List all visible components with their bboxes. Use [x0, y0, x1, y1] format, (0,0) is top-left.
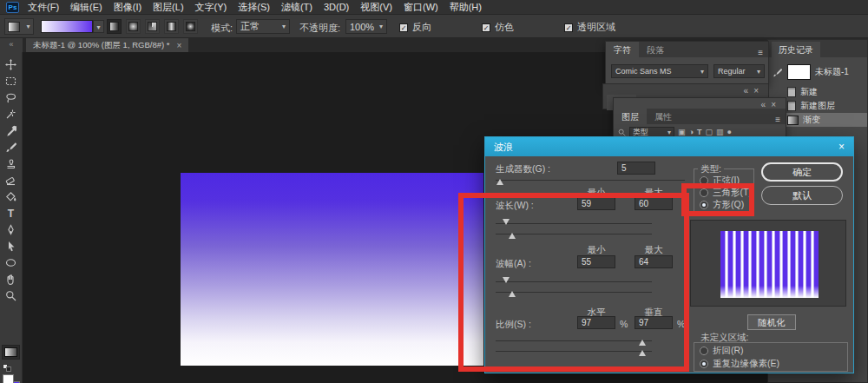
close-icon[interactable]: ×	[753, 86, 764, 96]
wave-preview-box	[690, 220, 846, 307]
adjustment-layer-filter-icon[interactable]: ◑	[689, 128, 694, 136]
gradient-picker-chevron[interactable]: ▾	[93, 20, 104, 33]
tab-paragraph[interactable]: 段落	[639, 42, 672, 57]
ok-button[interactable]: 确定	[761, 162, 843, 182]
path-selection-tool[interactable]	[0, 239, 22, 254]
history-brush-source-icon[interactable]	[771, 68, 783, 77]
history-snapshot-row[interactable]: 未标题-1	[768, 63, 867, 82]
tab-layers[interactable]: 图层	[614, 109, 647, 124]
menu-help[interactable]: 帮助(H)	[450, 1, 482, 14]
lasso-tool[interactable]	[0, 90, 22, 105]
menu-type[interactable]: 文字(Y)	[195, 1, 227, 14]
font-style-value: Regular	[718, 67, 746, 76]
radio-icon[interactable]	[700, 347, 708, 355]
radial-gradient-button[interactable]	[126, 19, 141, 34]
mode-select[interactable]: 正常 ▾	[236, 19, 290, 34]
layers-panel: «× 图层 属性 ≡ 类型▾ ▣ ◑ T ▢ ▥ ●	[613, 97, 786, 137]
menu-bar: Ps 文件(F) 编辑(E) 图像(I) 图层(L) 文字(Y) 选择(S) 滤…	[0, 0, 868, 15]
shape-layer-filter-icon[interactable]: ▢	[705, 128, 713, 136]
panel-window-buttons[interactable]: «×	[761, 100, 781, 109]
zoom-tool[interactable]	[0, 288, 22, 303]
move-tool[interactable]	[0, 57, 22, 72]
menu-view[interactable]: 视图(V)	[360, 1, 392, 14]
foreground-color-swatch[interactable]	[3, 374, 14, 383]
quick-selection-tool[interactable]	[0, 107, 22, 122]
history-panel-header: 历史记录	[768, 40, 867, 57]
slider-thumb[interactable]	[496, 179, 503, 185]
generators-slider[interactable]	[496, 175, 685, 186]
radio-icon[interactable]	[700, 360, 708, 368]
smart-object-filter-icon[interactable]: ▥	[716, 128, 724, 136]
gradient-sample[interactable]	[41, 20, 93, 33]
menu-file[interactable]: 文件(F)	[28, 1, 59, 14]
search-icon	[618, 129, 626, 136]
photoshop-logo-icon: Ps	[6, 2, 19, 13]
diamond-gradient-icon	[186, 22, 195, 31]
font-style-select[interactable]: Regular ▾	[713, 64, 765, 78]
dither-checkbox[interactable]: ✓	[482, 23, 490, 32]
menu-layer[interactable]: 图层(L)	[153, 1, 183, 14]
menu-select[interactable]: 选择(S)	[238, 1, 270, 14]
character-panel-tabs: 字符 段落 ≡	[606, 42, 768, 57]
menu-edit[interactable]: 编辑(E)	[70, 1, 102, 14]
close-icon[interactable]: ×	[771, 100, 781, 109]
filter-toggle-icon[interactable]: ●	[727, 128, 731, 136]
tab-character[interactable]: 字符	[606, 42, 639, 57]
opacity-select[interactable]: 100% ▾	[345, 19, 387, 34]
reverse-checkbox-row: ✓ 反向	[399, 21, 431, 34]
tab-properties[interactable]: 属性	[647, 109, 680, 124]
rectangular-marquee-tool[interactable]	[0, 74, 22, 89]
type-tool[interactable]: T	[0, 206, 22, 221]
type-layer-filter-icon[interactable]: T	[697, 128, 702, 136]
reflected-gradient-button[interactable]	[164, 19, 179, 34]
angle-gradient-button[interactable]	[145, 19, 160, 34]
default-button[interactable]: 默认	[761, 186, 843, 205]
repeat-edge-pixels-option[interactable]: 重复边缘像素(E)	[700, 358, 779, 370]
toolbar: T	[0, 52, 23, 383]
chevron-down-icon: ▾	[757, 68, 760, 76]
repeat-edge-pixels-label: 重复边缘像素(E)	[713, 358, 779, 370]
collapse-icon[interactable]: «	[761, 100, 772, 109]
linear-gradient-button[interactable]	[107, 19, 122, 34]
generators-input[interactable]: 5	[617, 162, 655, 175]
panel-menu-icon[interactable]: ≡	[775, 115, 780, 124]
chevron-down-icon: ▾	[26, 23, 30, 30]
menu-3d[interactable]: 3D(D)	[324, 2, 349, 12]
gradient-preset-icon	[8, 22, 20, 32]
tool-preset-dropdown[interactable]: ▾	[4, 18, 34, 35]
panel-menu-icon[interactable]: ≡	[758, 48, 763, 57]
eyedropper-tool[interactable]	[0, 123, 22, 138]
paint-bucket-gradient-tool[interactable]	[0, 189, 22, 204]
menu-image[interactable]: 图像(I)	[114, 1, 141, 14]
reverse-checkbox[interactable]: ✓	[399, 23, 408, 32]
hand-tool[interactable]	[0, 272, 22, 287]
wrap-around-option[interactable]: 折回(R)	[700, 345, 744, 357]
close-tab-icon[interactable]: ×	[176, 41, 181, 50]
document-tab[interactable]: 未标题-1 @ 100% (图层 1, RGB/8#) * ×	[26, 38, 188, 52]
diamond-gradient-button[interactable]	[183, 19, 198, 34]
collapse-icon[interactable]: «	[744, 86, 754, 96]
pixel-layer-filter-icon[interactable]: ▣	[678, 128, 686, 136]
default-colors-icon[interactable]	[3, 364, 12, 372]
transparency-checkbox[interactable]: ✓	[564, 23, 573, 32]
options-bar: ▾ ▾ 模式: 正常 ▾ 不透明度: 100% ▾ ✓ 反向 ✓ 仿色 ✓ 透明…	[0, 15, 868, 38]
menu-window[interactable]: 窗口(W)	[404, 1, 438, 14]
clone-stamp-tool[interactable]	[0, 156, 22, 171]
dialog-close-icon[interactable]: ×	[838, 137, 845, 156]
font-family-select[interactable]: Comic Sans MS ▾	[611, 64, 708, 78]
ellipse-shape-tool[interactable]	[0, 255, 22, 270]
tab-history[interactable]: 历史记录	[772, 42, 820, 59]
pen-tool[interactable]	[0, 222, 22, 237]
toolbar-collapse-button[interactable]: «	[0, 38, 23, 52]
panel-window-buttons[interactable]: «×	[744, 86, 764, 96]
canvas-image[interactable]	[181, 173, 483, 366]
dialog-title-bar[interactable]: 波浪	[485, 137, 853, 156]
eraser-tool[interactable]	[0, 173, 22, 188]
document-title: 未标题-1 @ 100% (图层 1, RGB/8#) *	[33, 40, 169, 51]
brush-tool[interactable]	[0, 140, 22, 155]
menu-filter[interactable]: 滤镜(T)	[281, 1, 312, 14]
reflected-gradient-icon	[167, 22, 176, 31]
current-gradient-swatch[interactable]	[2, 345, 20, 360]
transparency-checkbox-row: ✓ 透明区域	[564, 21, 615, 34]
randomize-button[interactable]: 随机化	[747, 314, 796, 330]
